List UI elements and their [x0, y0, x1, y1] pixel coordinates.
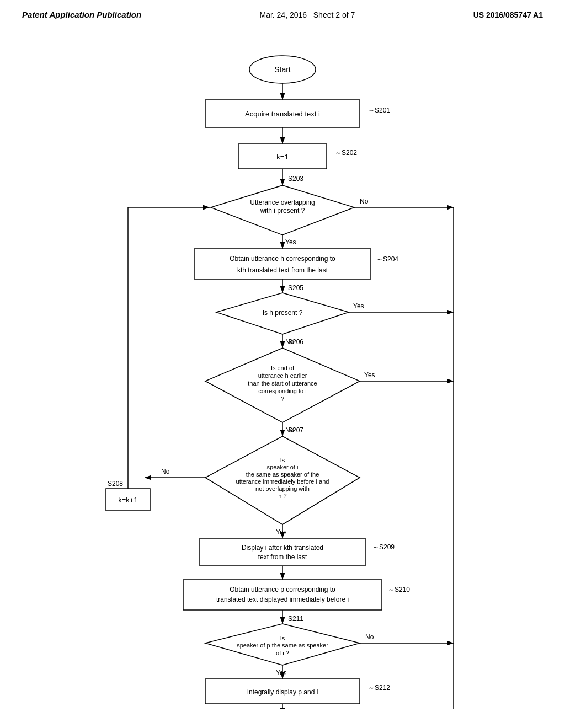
svg-text:～S210: ～S210 — [388, 586, 410, 593]
svg-text:the same as speaker of the: the same as speaker of the — [246, 471, 319, 478]
svg-text:No: No — [360, 197, 369, 205]
svg-rect-20 — [194, 249, 371, 279]
svg-text:than the start of utterance: than the start of utterance — [248, 380, 317, 387]
svg-text:Is: Is — [280, 457, 285, 463]
svg-text:Is h present ?: Is h present ? — [263, 309, 303, 317]
svg-text:Integrally display p and i: Integrally display p and i — [247, 688, 318, 696]
svg-text:utterance immediately before i: utterance immediately before i and — [236, 478, 329, 485]
svg-text:Yes: Yes — [364, 371, 375, 379]
svg-text:k=k+1: k=k+1 — [118, 496, 137, 504]
svg-text:kth translated text from the l: kth translated text from the last — [237, 266, 328, 274]
svg-text:of i ?: of i ? — [276, 650, 289, 656]
svg-text:～S201: ～S201 — [368, 106, 390, 114]
svg-text:Display i after kth translated: Display i after kth translated — [242, 544, 323, 552]
svg-text:Yes: Yes — [276, 528, 287, 536]
svg-text:speaker of p the same as speak: speaker of p the same as speaker — [237, 642, 328, 649]
svg-text:Utterance overlapping: Utterance overlapping — [250, 199, 315, 206]
svg-text:speaker of i: speaker of i — [267, 464, 299, 470]
flowchart-diagram: Start Acquire translated text i ～S201 k=… — [0, 25, 565, 720]
svg-text:～S212: ～S212 — [368, 684, 390, 692]
svg-text:～S202: ～S202 — [335, 149, 357, 157]
svg-text:?: ? — [281, 395, 284, 402]
svg-text:utterance h earlier: utterance h earlier — [258, 372, 307, 379]
svg-text:not overlapping with: not overlapping with — [255, 485, 310, 492]
header-date-sheet: Mar. 24, 2016 Sheet 2 of 7 — [259, 10, 355, 19]
svg-text:No: No — [365, 633, 374, 641]
svg-text:S205: S205 — [288, 284, 303, 292]
svg-text:h ?: h ? — [278, 493, 286, 499]
svg-text:No: No — [161, 468, 170, 475]
svg-text:～S209: ～S209 — [372, 543, 395, 551]
svg-text:Yes: Yes — [353, 302, 364, 310]
svg-text:S207: S207 — [288, 426, 303, 434]
svg-text:Obtain utterance h correspondi: Obtain utterance h corresponding to — [230, 255, 335, 263]
svg-rect-65 — [183, 580, 382, 610]
svg-text:Is: Is — [280, 635, 285, 641]
page-header: Patent Application Publication Mar. 24, … — [0, 0, 565, 25]
svg-text:S208: S208 — [108, 480, 123, 488]
svg-text:text from the last: text from the last — [258, 553, 307, 561]
svg-text:～S204: ～S204 — [376, 255, 398, 263]
svg-rect-60 — [200, 538, 365, 566]
svg-text:corresponding to i: corresponding to i — [258, 388, 306, 394]
svg-text:translated text displayed imme: translated text displayed immediately be… — [216, 596, 349, 603]
svg-text:Yes: Yes — [285, 238, 296, 246]
svg-text:Yes: Yes — [276, 669, 287, 677]
svg-text:Obtain utterance p correspondi: Obtain utterance p corresponding to — [230, 586, 335, 593]
svg-text:Is end of: Is end of — [271, 365, 295, 371]
svg-text:Acquire translated text i: Acquire translated text i — [245, 110, 320, 118]
svg-text:with i present ?: with i present ? — [260, 207, 305, 215]
svg-text:S203: S203 — [288, 175, 303, 183]
header-publication-label: Patent Application Publication — [22, 10, 141, 19]
header-patent-number: US 2016/085747 A1 — [473, 10, 543, 19]
svg-text:Start: Start — [274, 65, 291, 74]
svg-text:k=1: k=1 — [276, 153, 288, 161]
svg-text:S211: S211 — [288, 615, 303, 623]
svg-text:S206: S206 — [288, 338, 303, 346]
